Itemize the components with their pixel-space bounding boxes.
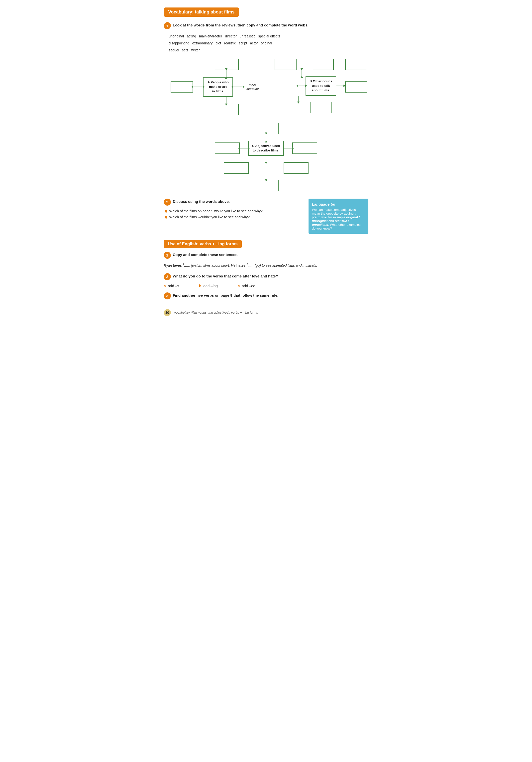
word-list: unoriginal acting main character directo… (164, 33, 368, 54)
q2-text: Discuss using the words above. (173, 198, 230, 203)
word-web-area: A People whomake or arein films. maincha… (164, 59, 368, 191)
web-b-center: B Other nounsused to talkabout films. (305, 76, 336, 96)
lang-tip-title: Language tip (312, 202, 365, 206)
web-c-arrow-top (266, 134, 266, 141)
uoe-sentence: Ryan loves 1...... (watch) films about s… (164, 262, 368, 269)
uoe-q1-row: 1 Copy and complete these sentences. (164, 252, 368, 259)
q2-bullet-2: Which of the films wouldn't you like to … (165, 215, 303, 219)
lang-tip-body: We can make some adjectives mean the opp… (312, 208, 365, 230)
web-a-arrow-right (233, 87, 243, 87)
web-a-arrow-top (226, 70, 227, 77)
web-b-arrow-top (301, 70, 302, 76)
word-original: original (261, 41, 272, 45)
web-c-arrow-right (284, 148, 292, 148)
q2-bullet-1: Which of the films on page 9 would you l… (165, 209, 303, 213)
web-c-bottomright-box (284, 162, 308, 174)
q1-text: Look at the words from the reviews, then… (173, 22, 308, 27)
web-b-topcenter-box (312, 59, 334, 70)
q2-circle: 2 (164, 198, 171, 205)
option-b: b add –ing (199, 284, 218, 288)
word-actor: actor (250, 41, 258, 45)
language-tip-box: Language tip We can make some adjectives… (308, 198, 368, 234)
option-b-letter: b (199, 284, 201, 288)
word-extraordinary: extraordinary (192, 41, 213, 45)
uoe-q2-circle: 2 (164, 273, 171, 280)
q1-circle: 1 (164, 22, 171, 29)
discuss-section: 2 Discuss using the words above. Which o… (164, 198, 368, 234)
word-sequel: sequel (169, 48, 179, 52)
web-b-arrow-left (298, 86, 305, 86)
web-b-midright-box (345, 81, 367, 93)
web-c-arrow-lowest (266, 174, 266, 180)
word-writer: writer (191, 48, 200, 52)
web-c-left-box (215, 142, 240, 154)
webs-top: A People whomake or arein films. maincha… (164, 59, 368, 115)
word-disappointing: disappointing (169, 41, 190, 45)
uoe-banner: Use of English: verbs + –ing forms (164, 240, 242, 248)
web-a-left-box (170, 81, 193, 93)
web-c-arrow-bottom (266, 156, 266, 162)
word-director: director (225, 34, 237, 38)
discuss-left: 2 Discuss using the words above. Which o… (164, 198, 303, 234)
web-b-bottomcenter-box (310, 102, 332, 113)
uoe-q3-row: 3 Find another five verbs on page 9 that… (164, 292, 368, 299)
web-a-arrow-bottom (226, 97, 227, 104)
option-a-text: add –s (168, 284, 179, 288)
uoe-q2-text: What do you do to the verbs that come af… (173, 273, 278, 278)
word-acting: acting (187, 34, 196, 38)
option-a: a add –s (164, 284, 179, 288)
web-c-arrow-left (240, 148, 248, 148)
uoe-q2-row: 2 What do you do to the verbs that come … (164, 273, 368, 280)
bullet-dot-1 (165, 210, 167, 213)
word-script: script (239, 41, 247, 45)
footer-text: vocabulary (film nouns and adjectives); … (174, 311, 258, 314)
q2-bullets: Which of the films on page 9 would you l… (164, 209, 303, 219)
word-sets: sets (182, 48, 188, 52)
bullet-dot-2 (165, 216, 167, 219)
question-1-row: 1 Look at the words from the reviews, th… (164, 22, 368, 29)
word-special-effects: special effects (258, 34, 280, 38)
option-b-text: add –ing (203, 284, 218, 288)
word-unrealistic: unrealistic (240, 34, 255, 38)
uoe-q1-circle: 1 (164, 252, 171, 259)
uoe-q3-circle: 3 (164, 292, 171, 299)
word-realistic: realistic (224, 41, 236, 45)
option-a-letter: a (164, 284, 166, 288)
web-a-arrow-left (193, 87, 203, 87)
web-b-topright-box (345, 59, 367, 70)
web-a: A People whomake or arein films. maincha… (164, 59, 269, 115)
web-c-right-box (292, 142, 317, 154)
vocab-banner: Vocabulary: talking about films (164, 8, 239, 17)
question-2-row: 2 Discuss using the words above. (164, 198, 303, 205)
page-footer: 10 vocabulary (film nouns and adjectives… (164, 307, 368, 316)
web-c-center: C Adjectives usedto describe films. (248, 141, 284, 156)
web-b-arrow-bottom (298, 96, 299, 102)
word-plot: plot (216, 41, 221, 45)
option-c-text: add –ed (242, 284, 255, 288)
web-b: B Other nounsused to talkabout films. (274, 59, 368, 115)
option-c-letter: c (238, 284, 240, 288)
uoe-q1-text: Copy and complete these sentences. (173, 252, 238, 257)
uoe-q2-options: a add –s b add –ing c add –ed (164, 284, 368, 288)
web-a-center: A People whomake or arein films. (203, 77, 233, 97)
web-c-bottomleft-box (224, 162, 249, 174)
word-main-character: main character (199, 34, 222, 38)
option-c: c add –ed (238, 284, 255, 288)
uoe-q3-text: Find another five verbs on page 9 that f… (173, 292, 278, 297)
page-number: 10 (164, 309, 171, 316)
web-a-main-char: maincharacter (243, 81, 261, 93)
web-b-topleft-box (275, 59, 297, 70)
web-b-arrow-right (336, 86, 344, 86)
web-c: C Adjectives usedto describe films. (201, 123, 331, 191)
word-unoriginal: unoriginal (169, 34, 184, 38)
